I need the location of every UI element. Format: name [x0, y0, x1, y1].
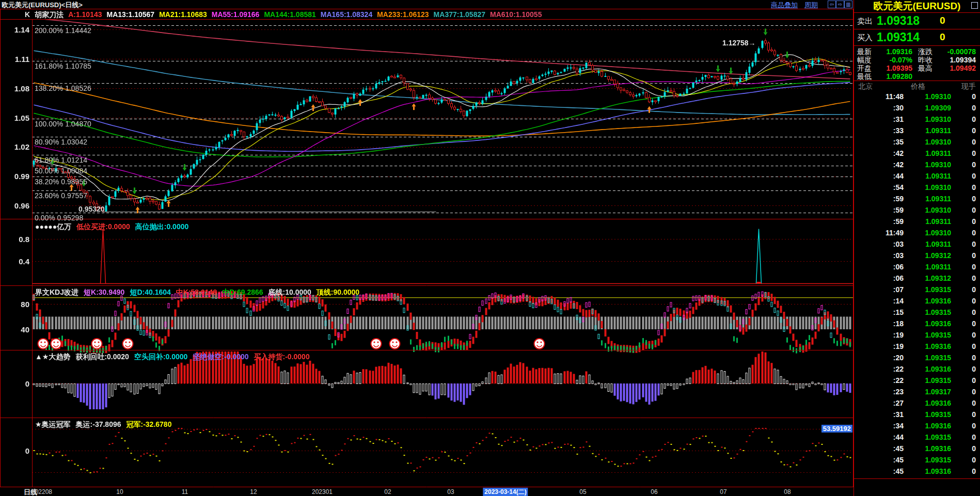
tape-cell-t: :42 — [893, 161, 904, 169]
tape-cell-t: :19 — [893, 331, 904, 339]
bid-row[interactable]: 买入 1.09314 0 — [854, 29, 980, 45]
date-axis-label: 11 — [182, 488, 188, 495]
tape-row: :451.093160 — [854, 444, 980, 456]
tape-cell-t: :23 — [893, 388, 904, 396]
tape-cell-v: 0 — [972, 354, 976, 362]
tape-row: :191.093160 — [854, 342, 980, 354]
tape-cell-p: 1.09311 — [925, 195, 951, 203]
tape-cell-t: :44 — [893, 433, 904, 441]
tape-cell-v: 0 — [972, 217, 976, 226]
date-axis-label: 03 — [447, 488, 454, 495]
date-axis-label: 05 — [579, 488, 586, 495]
tape-cell-t: :59 — [893, 206, 904, 214]
tape-cell-v: 0 — [972, 456, 976, 464]
tape-cell-v: 0 — [972, 331, 976, 339]
tape-cell-t: :03 — [893, 240, 904, 248]
quote-stat-v2: 1.09492 — [950, 64, 976, 72]
tape-cell-t: :18 — [893, 319, 904, 328]
ma-header-item: MA55:1.09166 — [212, 10, 260, 19]
tape-row: :311.093150 — [854, 410, 980, 422]
quote-stat-v1: 1.09316 — [886, 47, 912, 56]
ma-values-header: K胡家刀法A:1.10143MA13:1.10567MA21:1.10683MA… — [25, 10, 546, 20]
tape-row: :331.093110 — [854, 126, 980, 138]
tape-cell-t: :45 — [893, 444, 904, 453]
forward-button[interactable]: ⇨ — [836, 1, 844, 8]
quote-stat-l1: 最低 — [857, 72, 872, 82]
tape-cell-p: 1.09316 — [925, 365, 951, 373]
ma-header-item: A:1.10143 — [68, 10, 102, 19]
tape-cell-t: :06 — [893, 263, 904, 271]
tape-cell-p: 1.09311 — [925, 240, 951, 248]
fib-level-label: 23.60% 0.97557 — [35, 191, 87, 200]
fib-level-label: 200.00% 1.14442 — [35, 26, 91, 35]
indicator-value-badge: 53.59192 — [821, 425, 852, 433]
ma-header-item: K — [25, 10, 30, 19]
tape-cell-p: 1.09315 — [925, 331, 951, 339]
ma-header-item: 胡家刀法 — [35, 10, 64, 19]
quote-stat-v1: -0.07% — [890, 56, 912, 64]
indicator-header-item: 获利回吐:0.0020 — [75, 353, 129, 361]
tape-cell-t: :22 — [893, 376, 904, 385]
indicator-header-item: 短K:30.9490 — [84, 288, 124, 296]
indicator-header-item: 顶线:90.0000 — [317, 288, 359, 296]
tape-cell-v: 0 — [972, 467, 976, 475]
price-axis-label: 1.14 — [0, 25, 29, 34]
quote-stat-row: 最新1.09316涨跌-0.00078 — [854, 47, 980, 56]
price-axis-label: 1.08 — [0, 84, 29, 93]
price-axis-label: 0.96 — [0, 201, 29, 210]
tape-row: :141.093160 — [854, 297, 980, 308]
tape-cell-p: 1.09316 — [925, 319, 951, 328]
tape-cell-v: 0 — [972, 388, 976, 396]
tape-cell-t: :03 — [893, 251, 904, 260]
tape-cell-v: 0 — [972, 126, 976, 135]
indicator-header-item: 中K:58.0148 — [176, 288, 217, 296]
tape-cell-t: :22 — [893, 365, 904, 373]
tape-cell-t: :59 — [893, 217, 904, 226]
tape-cell-v: 0 — [972, 410, 976, 419]
tape-cell-p: 1.09310 — [925, 115, 951, 123]
indicator-header-item: ▲★大趋势 — [35, 353, 70, 361]
period-link[interactable]: 周期 — [804, 1, 818, 10]
tape-cell-t: :15 — [893, 308, 904, 316]
tape-column-header: 价格 — [911, 82, 925, 91]
tape-row: :231.093170 — [854, 388, 980, 399]
tape-cell-t: :07 — [893, 285, 904, 294]
quote-stat-row: 幅度-0.07%昨收1.09394 — [854, 56, 980, 64]
tape-row: :451.093150 — [854, 456, 980, 467]
tape-cell-p: 1.09311 — [925, 263, 951, 271]
ask-row[interactable]: 卖出 1.09318 0 — [854, 13, 980, 29]
price-axis-label: 1.11 — [0, 55, 29, 63]
overlay-symbol-link[interactable]: 商品叠加 — [771, 1, 798, 10]
back-button[interactable]: ⇦ — [828, 1, 836, 8]
detach-window-icon[interactable] — [971, 2, 978, 9]
tape-cell-v: 0 — [972, 229, 976, 237]
bid-price: 1.09314 — [877, 30, 920, 44]
tape-cell-v: 0 — [972, 161, 976, 169]
panel3-axis-label: 40 — [0, 325, 29, 334]
tape-cell-p: 1.09310 — [925, 229, 951, 237]
tape-row: :451.093160 — [854, 467, 980, 478]
tape-cell-p: 1.09311 — [925, 172, 951, 180]
indicator-header-item: 短D:40.1604 — [130, 288, 170, 296]
fib-level-label: 161.80% 1.10785 — [35, 62, 91, 70]
fib-level-label: 0.00% 0.95298 — [35, 214, 83, 222]
tape-cell-p: 1.09311 — [925, 149, 951, 157]
tape-row: :421.093110 — [854, 149, 980, 161]
fib-level-label: 38.20% 0.98955 — [35, 178, 87, 186]
tape-cell-p: 1.09316 — [925, 444, 951, 453]
ma-header-item: MA377:1.05827 — [434, 10, 485, 19]
quote-stat-row: 最低1.09280 — [854, 72, 980, 81]
tape-row: :181.093160 — [854, 319, 980, 331]
split-window-button[interactable]: ▥ — [844, 1, 852, 8]
tape-cell-p: 1.09315 — [925, 308, 951, 316]
tape-cell-v: 0 — [972, 183, 976, 191]
tape-cell-v: 0 — [972, 92, 976, 101]
tape-row: :201.093150 — [854, 354, 980, 365]
tape-cell-p: 1.09315 — [925, 410, 951, 419]
date-axis-label: 07 — [720, 488, 726, 495]
tape-cell-p: 1.09310 — [925, 138, 951, 146]
tape-cell-p: 1.09317 — [925, 388, 951, 396]
panel5-header: ★奥运冠军奥运:-37.8096冠军:-32.6780 — [35, 420, 177, 429]
tape-cell-v: 0 — [972, 444, 976, 453]
quote-stat-v2: -0.00078 — [947, 47, 976, 56]
